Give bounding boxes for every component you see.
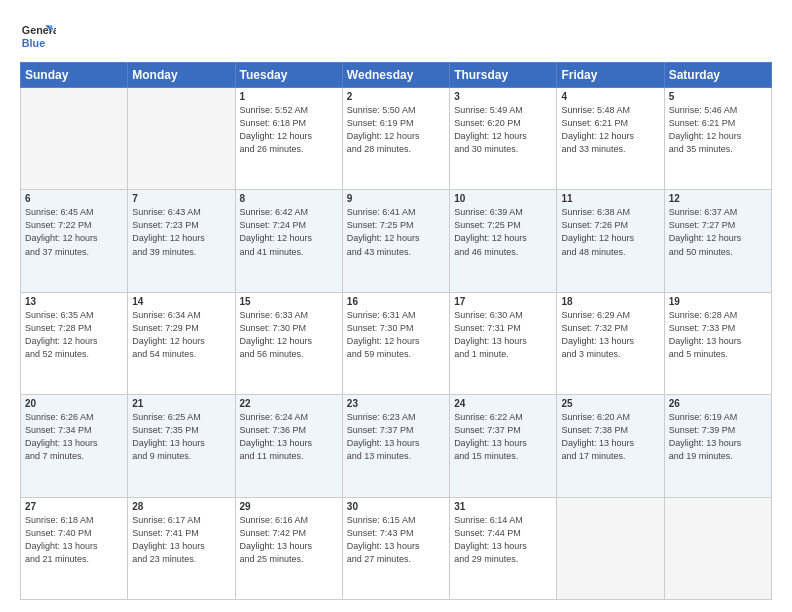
day-info: Sunrise: 6:14 AM Sunset: 7:44 PM Dayligh…	[454, 514, 552, 566]
day-info: Sunrise: 6:31 AM Sunset: 7:30 PM Dayligh…	[347, 309, 445, 361]
calendar-cell: 21Sunrise: 6:25 AM Sunset: 7:35 PM Dayli…	[128, 395, 235, 497]
logo: General Blue	[20, 18, 56, 54]
calendar-cell: 2Sunrise: 5:50 AM Sunset: 6:19 PM Daylig…	[342, 88, 449, 190]
calendar-cell: 6Sunrise: 6:45 AM Sunset: 7:22 PM Daylig…	[21, 190, 128, 292]
day-info: Sunrise: 6:41 AM Sunset: 7:25 PM Dayligh…	[347, 206, 445, 258]
weekday-header-thursday: Thursday	[450, 63, 557, 88]
weekday-header-sunday: Sunday	[21, 63, 128, 88]
day-number: 19	[669, 296, 767, 307]
day-info: Sunrise: 6:26 AM Sunset: 7:34 PM Dayligh…	[25, 411, 123, 463]
calendar-week-row: 27Sunrise: 6:18 AM Sunset: 7:40 PM Dayli…	[21, 497, 772, 599]
calendar-cell: 5Sunrise: 5:46 AM Sunset: 6:21 PM Daylig…	[664, 88, 771, 190]
day-info: Sunrise: 6:38 AM Sunset: 7:26 PM Dayligh…	[561, 206, 659, 258]
calendar-week-row: 20Sunrise: 6:26 AM Sunset: 7:34 PM Dayli…	[21, 395, 772, 497]
calendar-cell: 31Sunrise: 6:14 AM Sunset: 7:44 PM Dayli…	[450, 497, 557, 599]
calendar-cell: 22Sunrise: 6:24 AM Sunset: 7:36 PM Dayli…	[235, 395, 342, 497]
calendar-cell: 27Sunrise: 6:18 AM Sunset: 7:40 PM Dayli…	[21, 497, 128, 599]
calendar-cell: 15Sunrise: 6:33 AM Sunset: 7:30 PM Dayli…	[235, 292, 342, 394]
calendar-cell: 23Sunrise: 6:23 AM Sunset: 7:37 PM Dayli…	[342, 395, 449, 497]
calendar-cell: 12Sunrise: 6:37 AM Sunset: 7:27 PM Dayli…	[664, 190, 771, 292]
day-info: Sunrise: 5:52 AM Sunset: 6:18 PM Dayligh…	[240, 104, 338, 156]
day-number: 21	[132, 398, 230, 409]
day-info: Sunrise: 6:18 AM Sunset: 7:40 PM Dayligh…	[25, 514, 123, 566]
calendar-cell: 14Sunrise: 6:34 AM Sunset: 7:29 PM Dayli…	[128, 292, 235, 394]
calendar-cell: 3Sunrise: 5:49 AM Sunset: 6:20 PM Daylig…	[450, 88, 557, 190]
day-number: 9	[347, 193, 445, 204]
day-info: Sunrise: 6:16 AM Sunset: 7:42 PM Dayligh…	[240, 514, 338, 566]
weekday-header-row: SundayMondayTuesdayWednesdayThursdayFrid…	[21, 63, 772, 88]
day-number: 1	[240, 91, 338, 102]
calendar-cell: 4Sunrise: 5:48 AM Sunset: 6:21 PM Daylig…	[557, 88, 664, 190]
day-info: Sunrise: 5:48 AM Sunset: 6:21 PM Dayligh…	[561, 104, 659, 156]
day-number: 15	[240, 296, 338, 307]
calendar-cell: 11Sunrise: 6:38 AM Sunset: 7:26 PM Dayli…	[557, 190, 664, 292]
weekday-header-monday: Monday	[128, 63, 235, 88]
day-info: Sunrise: 5:50 AM Sunset: 6:19 PM Dayligh…	[347, 104, 445, 156]
day-info: Sunrise: 6:17 AM Sunset: 7:41 PM Dayligh…	[132, 514, 230, 566]
day-info: Sunrise: 6:42 AM Sunset: 7:24 PM Dayligh…	[240, 206, 338, 258]
weekday-header-wednesday: Wednesday	[342, 63, 449, 88]
calendar-cell: 24Sunrise: 6:22 AM Sunset: 7:37 PM Dayli…	[450, 395, 557, 497]
calendar-week-row: 13Sunrise: 6:35 AM Sunset: 7:28 PM Dayli…	[21, 292, 772, 394]
day-info: Sunrise: 6:19 AM Sunset: 7:39 PM Dayligh…	[669, 411, 767, 463]
page: General Blue SundayMondayTuesdayWednesda…	[0, 0, 792, 612]
day-info: Sunrise: 5:46 AM Sunset: 6:21 PM Dayligh…	[669, 104, 767, 156]
day-number: 24	[454, 398, 552, 409]
day-info: Sunrise: 6:23 AM Sunset: 7:37 PM Dayligh…	[347, 411, 445, 463]
day-number: 29	[240, 501, 338, 512]
day-number: 7	[132, 193, 230, 204]
day-number: 11	[561, 193, 659, 204]
calendar-cell: 19Sunrise: 6:28 AM Sunset: 7:33 PM Dayli…	[664, 292, 771, 394]
day-number: 30	[347, 501, 445, 512]
day-info: Sunrise: 6:20 AM Sunset: 7:38 PM Dayligh…	[561, 411, 659, 463]
calendar-table: SundayMondayTuesdayWednesdayThursdayFrid…	[20, 62, 772, 600]
day-info: Sunrise: 6:43 AM Sunset: 7:23 PM Dayligh…	[132, 206, 230, 258]
day-info: Sunrise: 6:15 AM Sunset: 7:43 PM Dayligh…	[347, 514, 445, 566]
day-info: Sunrise: 6:37 AM Sunset: 7:27 PM Dayligh…	[669, 206, 767, 258]
calendar-cell	[128, 88, 235, 190]
day-info: Sunrise: 6:39 AM Sunset: 7:25 PM Dayligh…	[454, 206, 552, 258]
day-number: 10	[454, 193, 552, 204]
calendar-cell	[664, 497, 771, 599]
day-number: 12	[669, 193, 767, 204]
day-number: 16	[347, 296, 445, 307]
calendar-cell: 17Sunrise: 6:30 AM Sunset: 7:31 PM Dayli…	[450, 292, 557, 394]
day-info: Sunrise: 6:24 AM Sunset: 7:36 PM Dayligh…	[240, 411, 338, 463]
day-info: Sunrise: 6:35 AM Sunset: 7:28 PM Dayligh…	[25, 309, 123, 361]
day-number: 5	[669, 91, 767, 102]
day-number: 22	[240, 398, 338, 409]
calendar-cell: 26Sunrise: 6:19 AM Sunset: 7:39 PM Dayli…	[664, 395, 771, 497]
weekday-header-saturday: Saturday	[664, 63, 771, 88]
logo-icon: General Blue	[20, 18, 56, 54]
header: General Blue	[20, 18, 772, 54]
day-number: 25	[561, 398, 659, 409]
calendar-cell: 13Sunrise: 6:35 AM Sunset: 7:28 PM Dayli…	[21, 292, 128, 394]
day-number: 18	[561, 296, 659, 307]
day-number: 31	[454, 501, 552, 512]
calendar-cell: 28Sunrise: 6:17 AM Sunset: 7:41 PM Dayli…	[128, 497, 235, 599]
calendar-cell: 10Sunrise: 6:39 AM Sunset: 7:25 PM Dayli…	[450, 190, 557, 292]
day-number: 20	[25, 398, 123, 409]
day-info: Sunrise: 6:45 AM Sunset: 7:22 PM Dayligh…	[25, 206, 123, 258]
day-number: 23	[347, 398, 445, 409]
day-number: 6	[25, 193, 123, 204]
day-number: 8	[240, 193, 338, 204]
svg-text:Blue: Blue	[22, 37, 45, 49]
day-number: 2	[347, 91, 445, 102]
day-number: 28	[132, 501, 230, 512]
calendar-cell: 1Sunrise: 5:52 AM Sunset: 6:18 PM Daylig…	[235, 88, 342, 190]
calendar-cell: 25Sunrise: 6:20 AM Sunset: 7:38 PM Dayli…	[557, 395, 664, 497]
day-info: Sunrise: 6:29 AM Sunset: 7:32 PM Dayligh…	[561, 309, 659, 361]
calendar-cell: 8Sunrise: 6:42 AM Sunset: 7:24 PM Daylig…	[235, 190, 342, 292]
day-info: Sunrise: 6:25 AM Sunset: 7:35 PM Dayligh…	[132, 411, 230, 463]
day-number: 27	[25, 501, 123, 512]
calendar-cell: 29Sunrise: 6:16 AM Sunset: 7:42 PM Dayli…	[235, 497, 342, 599]
day-info: Sunrise: 6:33 AM Sunset: 7:30 PM Dayligh…	[240, 309, 338, 361]
day-info: Sunrise: 6:22 AM Sunset: 7:37 PM Dayligh…	[454, 411, 552, 463]
day-number: 26	[669, 398, 767, 409]
day-info: Sunrise: 5:49 AM Sunset: 6:20 PM Dayligh…	[454, 104, 552, 156]
calendar-cell: 7Sunrise: 6:43 AM Sunset: 7:23 PM Daylig…	[128, 190, 235, 292]
day-number: 13	[25, 296, 123, 307]
calendar-cell	[21, 88, 128, 190]
calendar-cell: 20Sunrise: 6:26 AM Sunset: 7:34 PM Dayli…	[21, 395, 128, 497]
